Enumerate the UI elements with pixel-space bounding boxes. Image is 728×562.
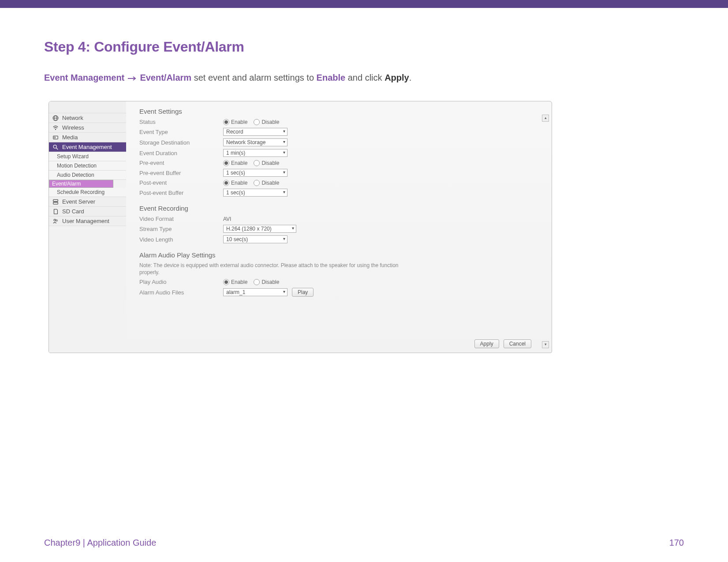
radio-label-disable: Disable bbox=[261, 279, 279, 285]
sidebar-item-event-server[interactable]: Event Server bbox=[49, 197, 126, 207]
pre-event-buffer-select[interactable]: 1 sec(s) bbox=[223, 169, 287, 177]
sidebar-item-event-management[interactable]: Event Management bbox=[49, 142, 126, 152]
label-pre-event-buffer: Pre-event Buffer bbox=[139, 170, 223, 176]
sidebar-sub-schedule-recording[interactable]: Schedule Recording bbox=[49, 188, 126, 197]
radio-label-disable: Disable bbox=[261, 119, 279, 125]
step-heading: Step 4: Configure Event/Alarm bbox=[44, 39, 684, 55]
footer-chapter: Chapter9 | Application Guide bbox=[44, 538, 156, 548]
search-icon bbox=[52, 144, 59, 150]
wifi-icon bbox=[52, 125, 59, 131]
playaudio-disable-radio[interactable] bbox=[254, 279, 260, 285]
sidebar-sub-motion-detection[interactable]: Motion Detection bbox=[49, 161, 126, 171]
video-length-select[interactable]: 10 sec(s) bbox=[223, 235, 287, 243]
sidebar-item-label: Network bbox=[62, 115, 83, 121]
svg-rect-10 bbox=[53, 202, 58, 204]
label-storage-destination: Storage Destination bbox=[139, 139, 223, 146]
section-event-recording: Event Recording bbox=[139, 205, 544, 212]
status-enable-radio[interactable] bbox=[223, 119, 229, 125]
label-alarm-audio-files: Alarm Audio Files bbox=[139, 289, 223, 296]
sidebar-sub-audio-detection[interactable]: Audio Detection bbox=[49, 171, 126, 180]
label-post-event: Post-event bbox=[139, 179, 223, 186]
instruction-middle: set event and alarm settings to bbox=[194, 73, 317, 82]
sidebar-item-media[interactable]: Media bbox=[49, 133, 126, 142]
scroll-up-button[interactable]: ▴ bbox=[542, 115, 549, 122]
audio-note: Note: The device is equipped with extern… bbox=[139, 262, 413, 276]
radio-label-enable: Enable bbox=[231, 160, 247, 166]
alarm-audio-files-select[interactable]: alarm_1 bbox=[223, 288, 287, 296]
svg-line-8 bbox=[56, 148, 58, 149]
sidebar-item-user-management[interactable]: User Management bbox=[49, 216, 126, 226]
label-video-format: Video Format bbox=[139, 216, 223, 222]
footer-divider: | bbox=[83, 538, 87, 547]
section-alarm-audio: Alarm Audio Play Settings bbox=[139, 251, 544, 259]
sidebar-item-label: User Management bbox=[62, 218, 109, 224]
server-icon bbox=[52, 199, 59, 205]
label-pre-event: Pre-event bbox=[139, 160, 223, 166]
breadcrumb-event-management: Event Management bbox=[44, 73, 124, 82]
globe-icon bbox=[52, 115, 59, 121]
play-button[interactable]: Play bbox=[292, 288, 314, 297]
apply-button[interactable]: Apply bbox=[474, 339, 499, 348]
footer-guide-text: Application Guide bbox=[87, 538, 157, 547]
storage-destination-select[interactable]: Network Storage bbox=[223, 138, 287, 146]
svg-point-12 bbox=[56, 220, 58, 221]
media-icon bbox=[52, 134, 59, 141]
sidebar-item-wireless[interactable]: Wireless bbox=[49, 123, 126, 133]
sidebar-item-label: Event Server bbox=[62, 198, 95, 205]
sidebar-sub-setup-wizard[interactable]: Setup Wizard bbox=[49, 152, 126, 161]
radio-label-enable: Enable bbox=[231, 279, 247, 285]
preevent-disable-radio[interactable] bbox=[254, 160, 260, 166]
sidebar-item-label: SD Card bbox=[62, 208, 84, 215]
label-event-type: Event Type bbox=[139, 129, 223, 135]
scroll-down-button[interactable]: ▾ bbox=[542, 341, 549, 348]
radio-label-enable: Enable bbox=[231, 180, 247, 186]
instruction-enable: Enable bbox=[317, 73, 346, 82]
label-status: Status bbox=[139, 119, 223, 125]
sidebar-sub-event-alarm[interactable]: Event/Alarm bbox=[49, 180, 113, 188]
label-stream-type: Stream Type bbox=[139, 226, 223, 232]
breadcrumb-event-alarm: Event/Alarm bbox=[140, 73, 191, 82]
top-accent-bar bbox=[0, 0, 728, 8]
sidebar-item-label: Wireless bbox=[62, 124, 84, 131]
instruction-and: and click bbox=[348, 73, 385, 82]
instruction-line: Event Management Event/Alarm set event a… bbox=[44, 73, 684, 83]
radio-label-enable: Enable bbox=[231, 119, 247, 125]
screenshot-frame: Network Wireless Media Event Management … bbox=[49, 101, 552, 353]
playaudio-enable-radio[interactable] bbox=[223, 279, 229, 285]
radio-label-disable: Disable bbox=[261, 160, 279, 166]
svg-point-11 bbox=[54, 219, 56, 221]
page-number: 170 bbox=[669, 538, 684, 548]
event-duration-select[interactable]: 1 min(s) bbox=[223, 149, 287, 157]
instruction-period: . bbox=[409, 73, 412, 82]
instruction-apply: Apply bbox=[385, 73, 409, 82]
settings-panel: ▴ ▾ Event Settings Status Enable Disable… bbox=[126, 101, 552, 353]
section-event-settings: Event Settings bbox=[139, 108, 544, 115]
users-icon bbox=[52, 218, 59, 224]
post-event-buffer-select[interactable]: 1 sec(s) bbox=[223, 189, 287, 197]
footer-chapter-text: Chapter9 bbox=[44, 538, 80, 547]
video-format-value: AVI bbox=[223, 216, 231, 222]
cancel-button[interactable]: Cancel bbox=[504, 339, 531, 348]
event-type-select[interactable]: Record bbox=[223, 128, 287, 136]
svg-point-7 bbox=[53, 145, 56, 148]
sidebar-item-network[interactable]: Network bbox=[49, 113, 126, 123]
preevent-enable-radio[interactable] bbox=[223, 160, 229, 166]
label-play-audio: Play Audio bbox=[139, 279, 223, 285]
postevent-enable-radio[interactable] bbox=[223, 180, 229, 186]
sidebar-item-label: Event Management bbox=[62, 144, 112, 150]
svg-rect-9 bbox=[53, 199, 58, 201]
postevent-disable-radio[interactable] bbox=[254, 180, 260, 186]
svg-point-6 bbox=[54, 137, 56, 138]
sidebar-spacer bbox=[49, 101, 126, 113]
label-video-length: Video Length bbox=[139, 236, 223, 243]
label-post-event-buffer: Post-event Buffer bbox=[139, 190, 223, 196]
arrow-icon bbox=[127, 73, 138, 83]
status-disable-radio[interactable] bbox=[254, 119, 260, 125]
sidebar-item-sd-card[interactable]: SD Card bbox=[49, 207, 126, 216]
label-event-duration: Event Duration bbox=[139, 150, 223, 156]
settings-sidebar: Network Wireless Media Event Management … bbox=[49, 101, 126, 353]
radio-label-disable: Disable bbox=[261, 180, 279, 186]
sd-card-icon bbox=[52, 208, 59, 215]
stream-type-select[interactable]: H.264 (1280 x 720) bbox=[223, 225, 296, 233]
sidebar-item-label: Media bbox=[62, 134, 78, 141]
